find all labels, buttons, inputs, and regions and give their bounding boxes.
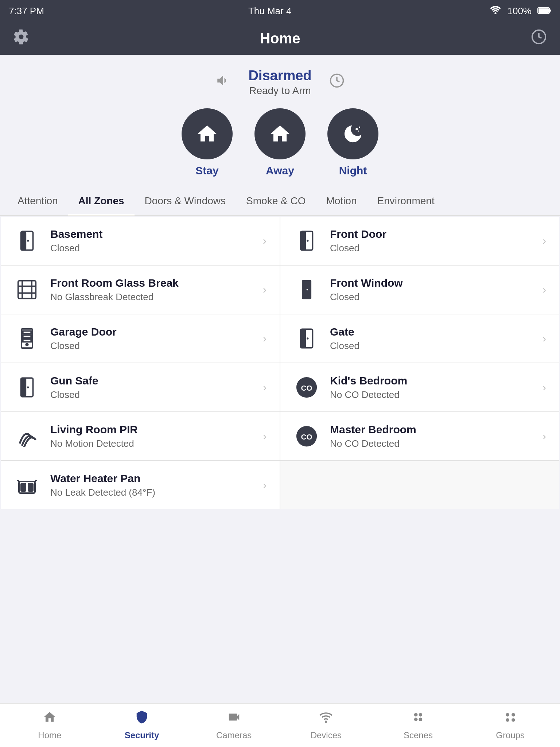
svg-point-0 (495, 12, 497, 14)
zone-front-room-glass[interactable]: Front Room Glass Break No Glassbreak Det… (1, 266, 280, 314)
svg-point-8 (282, 131, 285, 135)
nav-cameras-label: Cameras (216, 730, 252, 740)
nav-devices[interactable]: Devices (280, 710, 372, 740)
svg-rect-28 (23, 339, 31, 342)
nav-scenes-label: Scenes (404, 730, 433, 740)
zone-status: Closed (330, 340, 538, 352)
tab-doors-windows[interactable]: Doors & Windows (135, 187, 236, 216)
clock-icon[interactable] (329, 73, 345, 92)
zone-name: Front Window (330, 277, 538, 289)
zone-name: Master Bedroom (330, 423, 538, 436)
gate-icon (293, 325, 320, 352)
zone-status: Closed (50, 389, 258, 400)
svg-point-14 (27, 240, 29, 242)
chevron-icon: › (263, 235, 267, 247)
chevron-icon: › (263, 283, 267, 296)
zone-empty (280, 461, 559, 509)
nav-scenes[interactable]: Scenes (372, 710, 464, 740)
tab-environment[interactable]: Environment (367, 187, 445, 216)
svg-point-17 (307, 240, 309, 242)
away-button[interactable]: Away (254, 108, 306, 177)
zone-status: No CO Detected (330, 438, 538, 449)
zone-name: Front Door (330, 228, 538, 240)
zone-tabs: Attention All Zones Doors & Windows Smok… (0, 187, 560, 216)
co-detector-icon: CO (293, 374, 320, 400)
svg-line-44 (35, 480, 36, 481)
nav-security-label: Security (125, 730, 159, 740)
glass-break-icon (14, 276, 40, 303)
nav-cameras[interactable]: Cameras (188, 710, 280, 740)
svg-rect-31 (301, 329, 306, 348)
front-window-icon (293, 276, 320, 303)
svg-point-24 (307, 289, 308, 290)
zone-front-door[interactable]: Front Door Closed › (280, 217, 559, 265)
co-detector-2-icon: CO (293, 423, 320, 449)
svg-rect-42 (28, 484, 33, 491)
svg-rect-13 (21, 231, 27, 250)
water-sensor-icon (14, 472, 40, 498)
history-icon[interactable] (531, 29, 547, 48)
chevron-icon: › (263, 332, 267, 345)
svg-rect-41 (21, 484, 26, 491)
motion-icon (14, 423, 40, 449)
zone-living-room-pir[interactable]: Living Room PIR No Motion Detected › (1, 412, 280, 460)
tab-attention[interactable]: Attention (7, 187, 68, 216)
zone-status: Closed (330, 291, 538, 303)
night-button[interactable]: Night (327, 108, 378, 177)
svg-point-35 (27, 386, 29, 388)
zone-status: No CO Detected (330, 389, 538, 400)
zone-gate[interactable]: Gate Closed › (280, 314, 559, 363)
garage-door-icon (14, 325, 40, 352)
zone-front-window[interactable]: Front Window Closed › (280, 266, 559, 314)
zone-basement[interactable]: Basement Closed › (1, 217, 280, 265)
zone-status: No Glassbreak Detected (50, 291, 258, 303)
bottom-navigation: Home Security Cameras Devices (0, 703, 560, 747)
svg-point-45 (326, 721, 327, 722)
arm-subtext: Ready to Arm (248, 85, 311, 97)
svg-point-29 (26, 344, 28, 346)
svg-point-7 (278, 128, 282, 132)
wifi-icon (490, 5, 501, 17)
chevron-icon: › (263, 479, 267, 491)
zone-kids-bedroom[interactable]: CO Kid's Bedroom No CO Detected › (280, 363, 559, 411)
zone-status: No Motion Detected (50, 438, 258, 449)
svg-point-10 (359, 127, 360, 128)
chevron-icon: › (263, 381, 267, 394)
arm-state: Disarmed (248, 68, 311, 84)
svg-line-43 (18, 480, 19, 481)
tab-motion[interactable]: Motion (316, 187, 367, 216)
svg-rect-27 (23, 335, 31, 338)
svg-point-47 (419, 713, 423, 717)
svg-point-53 (512, 718, 515, 722)
nav-home[interactable]: Home (4, 710, 96, 740)
zone-gun-safe[interactable]: Gun Safe Closed › (1, 363, 280, 411)
battery-icon (537, 5, 551, 17)
zone-water-heater[interactable]: Water Heater Pan No Leak Detected (84°F)… (1, 461, 280, 509)
chevron-icon: › (542, 381, 546, 394)
nav-security[interactable]: Security (96, 710, 188, 740)
stay-button[interactable]: Stay (182, 108, 233, 177)
scenes-nav-icon (411, 710, 425, 727)
stay-label: Stay (195, 165, 218, 177)
cameras-nav-icon (227, 710, 241, 727)
nav-groups[interactable]: Groups (464, 710, 556, 740)
tab-all-zones[interactable]: All Zones (68, 187, 135, 216)
header: Home (0, 22, 560, 55)
tab-smoke-co[interactable]: Smoke & CO (236, 187, 316, 216)
settings-icon[interactable] (13, 29, 29, 48)
basement-icon (14, 228, 40, 254)
speaker-icon[interactable] (215, 73, 231, 92)
home-nav-icon (43, 710, 57, 727)
zone-garage-door[interactable]: Garage Door Closed › (1, 314, 280, 363)
page-title: Home (260, 30, 300, 47)
security-nav-icon (135, 710, 149, 727)
zone-status: Closed (50, 340, 258, 352)
svg-rect-18 (18, 281, 36, 299)
svg-point-6 (205, 129, 210, 134)
chevron-icon: › (542, 283, 546, 296)
zone-name: Front Room Glass Break (50, 277, 258, 289)
devices-nav-icon (319, 710, 333, 727)
zone-master-bedroom[interactable]: CO Master Bedroom No CO Detected › (280, 412, 559, 460)
svg-point-50 (506, 713, 509, 717)
chevron-icon: › (542, 332, 546, 345)
